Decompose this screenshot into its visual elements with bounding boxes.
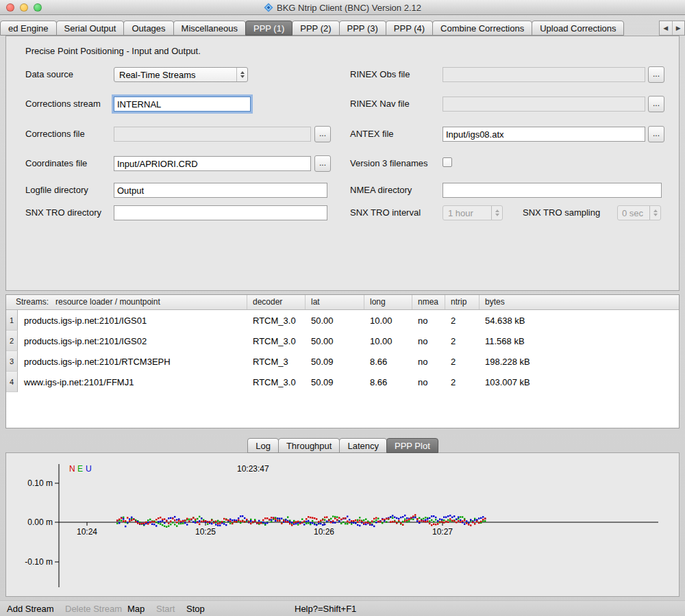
- coordinates-file-browse-button[interactable]: ...: [314, 155, 331, 172]
- data-source-value: Real-Time Streams: [119, 70, 195, 80]
- tab-ppp-3[interactable]: PPP (3): [339, 21, 386, 36]
- snx-tro-sampling-label: SNX TRO sampling: [523, 207, 600, 218]
- cell-bytes: 11.568 kB: [480, 331, 679, 351]
- x-tick-label: 10:27: [432, 527, 453, 537]
- tab-ppp-1[interactable]: PPP (1): [245, 21, 292, 36]
- cell-decoder: RTCM_3: [247, 351, 306, 372]
- corrections-file-browse-button[interactable]: ...: [314, 126, 331, 142]
- row-number[interactable]: 3: [6, 351, 18, 372]
- statusbar: Add Stream Delete Stream Map Start Stop …: [0, 600, 685, 616]
- header-long[interactable]: long: [364, 295, 412, 309]
- cell-bytes: 103.007 kB: [480, 372, 679, 392]
- row-number[interactable]: 2: [6, 331, 18, 351]
- combo-stepper-icon: [236, 68, 247, 81]
- corrections-file-label: Corrections file: [25, 129, 85, 139]
- cell-nmea: no: [412, 331, 445, 351]
- map-button[interactable]: Map: [127, 604, 145, 614]
- titlebar: BKG Ntrip Client (BNC) Version 2.12: [0, 0, 685, 15]
- data-source-select[interactable]: Real-Time Streams: [114, 67, 248, 82]
- snx-tro-sampling-value: 0 sec: [622, 208, 643, 218]
- rinex-obs-file-label: RINEX Obs file: [350, 69, 410, 79]
- cell-lat: 50.00: [306, 331, 364, 351]
- header-mountpoint[interactable]: Streams: resource loader / mountpoint: [6, 295, 247, 309]
- tab-ppp-4[interactable]: PPP (4): [386, 21, 433, 36]
- rinex-nav-browse-button[interactable]: ...: [648, 96, 664, 112]
- data-source-label: Data source: [25, 69, 73, 79]
- start-button: Start: [156, 604, 175, 614]
- cell-mountpoint: www.igs-ip.net:2101/FFMJ1: [18, 372, 247, 392]
- table-row[interactable]: 2 products.igs-ip.net:2101/IGS02 RTCM_3.…: [6, 331, 679, 351]
- tab-feed-engine[interactable]: ed Engine: [0, 21, 57, 36]
- ppp-plot-panel: N E U 10:23:47 0.10 m 0.00 m -0.10 m 10:…: [5, 452, 680, 597]
- cell-lat: 50.00: [306, 310, 364, 331]
- coordinates-file-label: Coordinates file: [25, 158, 87, 168]
- header-lat[interactable]: lat: [306, 295, 364, 309]
- streams-table: Streams: resource loader / mountpoint de…: [5, 294, 680, 428]
- x-tick-label: 10:25: [195, 527, 216, 537]
- snx-tro-directory-label: SNX TRO directory: [25, 207, 101, 218]
- version3-filenames-checkbox[interactable]: [443, 157, 452, 167]
- tab-scroll-right-icon[interactable]: ▶: [672, 21, 685, 35]
- header-decoder[interactable]: decoder: [247, 295, 306, 309]
- corrections-stream-input[interactable]: [114, 97, 251, 112]
- add-stream-button[interactable]: Add Stream: [7, 604, 54, 614]
- cell-decoder: RTCM_3.0: [247, 372, 306, 392]
- rinex-obs-file-input: [443, 67, 645, 82]
- tab-ppp-2[interactable]: PPP (2): [292, 21, 339, 36]
- tab-outages[interactable]: Outages: [123, 21, 173, 36]
- table-row[interactable]: 1 products.igs-ip.net:2101/IGS01 RTCM_3.…: [6, 310, 679, 331]
- x-tick-label: 10:24: [77, 527, 97, 537]
- row-number[interactable]: 4: [6, 372, 18, 392]
- tab-latency[interactable]: Latency: [339, 438, 387, 453]
- snx-tro-interval-label: SNX TRO interval: [350, 207, 421, 218]
- tab-combine-corrections[interactable]: Combine Corrections: [432, 21, 532, 36]
- series-east: [116, 515, 486, 528]
- tab-upload-corrections[interactable]: Upload Corrections: [532, 21, 624, 36]
- cell-mountpoint: products.igs-ip.net:2101/IGS02: [18, 331, 247, 351]
- series-up: [116, 515, 486, 527]
- cell-long: 8.66: [364, 372, 412, 392]
- y-tick-label: 0.00 m: [27, 517, 53, 527]
- corrections-file-input: [114, 127, 311, 142]
- logfile-directory-input[interactable]: [114, 183, 327, 198]
- header-bytes[interactable]: bytes: [480, 295, 679, 309]
- antex-file-input[interactable]: [443, 127, 645, 142]
- cell-ntrip: 2: [445, 331, 480, 351]
- cell-mountpoint: products.igs-ip.net:2101/RTCM3EPH: [18, 351, 247, 372]
- tab-throughput[interactable]: Throughput: [278, 438, 340, 453]
- header-ntrip[interactable]: ntrip: [445, 295, 480, 309]
- table-row[interactable]: 3 products.igs-ip.net:2101/RTCM3EPH RTCM…: [6, 351, 679, 372]
- pane-description: Precise Point Positioning - Input and Ou…: [25, 46, 201, 56]
- tab-miscellaneous[interactable]: Miscellaneous: [173, 21, 246, 36]
- main-tabbar: ed Engine Serial Output Outages Miscella…: [0, 21, 623, 36]
- cell-bytes: 54.638 kB: [480, 310, 679, 331]
- tab-scroll-left-icon[interactable]: ◀: [660, 21, 672, 35]
- row-number[interactable]: 1: [6, 310, 18, 331]
- nmea-directory-input[interactable]: [443, 183, 662, 198]
- cell-bytes: 198.228 kB: [480, 351, 679, 372]
- stop-button[interactable]: Stop: [186, 604, 205, 614]
- logfile-directory-label: Logfile directory: [25, 185, 88, 195]
- ppp1-pane: Precise Point Positioning - Input and Ou…: [5, 36, 680, 291]
- coordinates-file-input[interactable]: [114, 156, 311, 171]
- cell-nmea: no: [412, 310, 445, 331]
- table-row[interactable]: 4 www.igs-ip.net:2101/FFMJ1 RTCM_3.0 50.…: [6, 372, 679, 392]
- cell-long: 10.00: [364, 310, 412, 331]
- legend-u: U: [86, 464, 92, 474]
- header-nmea[interactable]: nmea: [412, 295, 445, 309]
- cell-nmea: no: [412, 351, 445, 372]
- tab-log[interactable]: Log: [247, 438, 279, 453]
- snx-tro-directory-input[interactable]: [114, 205, 327, 220]
- cell-ntrip: 2: [445, 372, 480, 392]
- tab-ppp-plot[interactable]: PPP Plot: [386, 438, 438, 453]
- antex-browse-button[interactable]: ...: [648, 126, 664, 142]
- snx-tro-interval-value: 1 hour: [448, 208, 473, 218]
- bnc-window: BKG Ntrip Client (BNC) Version 2.12 ed E…: [0, 0, 685, 616]
- tab-serial-output[interactable]: Serial Output: [56, 21, 125, 36]
- rinex-obs-browse-button[interactable]: ...: [648, 66, 664, 83]
- spin-stepper-icon: [649, 206, 660, 220]
- plot-tabbar: Log Throughput Latency PPP Plot: [0, 438, 685, 453]
- cell-lat: 50.09: [306, 372, 364, 392]
- corrections-stream-label: Corrections stream: [25, 99, 101, 109]
- antex-file-label: ANTEX file: [350, 129, 394, 139]
